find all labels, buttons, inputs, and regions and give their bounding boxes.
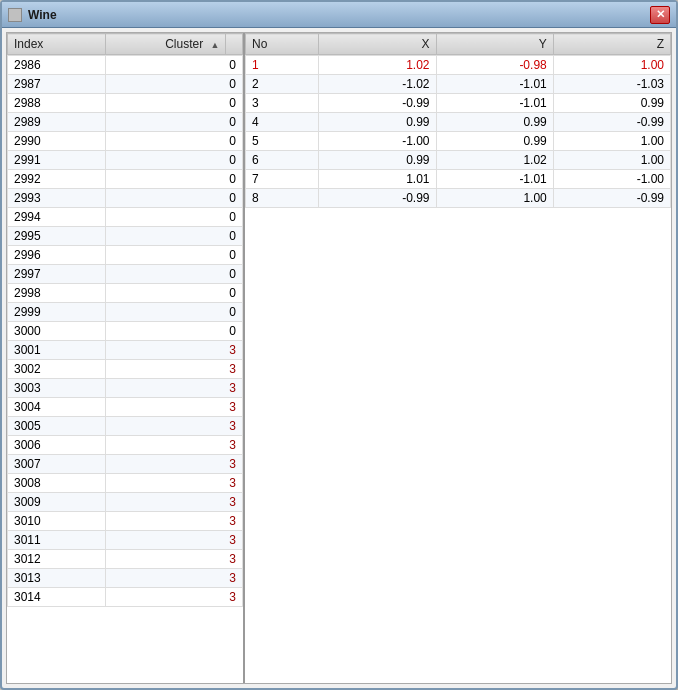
left-cluster-cell: 0 xyxy=(105,56,242,75)
left-cluster-cell: 0 xyxy=(105,151,242,170)
left-index-cell: 3008 xyxy=(8,474,106,493)
left-index-cell: 3013 xyxy=(8,569,106,588)
left-cluster-cell: 3 xyxy=(105,588,242,607)
right-no-cell: 1 xyxy=(246,56,319,75)
right-col-x-header[interactable]: X xyxy=(319,34,436,55)
left-cluster-cell: 3 xyxy=(105,531,242,550)
left-cluster-cell: 3 xyxy=(105,550,242,569)
left-index-cell: 3010 xyxy=(8,512,106,531)
right-y-cell: -1.01 xyxy=(436,94,553,113)
left-col-index-header[interactable]: Index xyxy=(8,34,106,55)
left-cluster-cell: 3 xyxy=(105,417,242,436)
right-table-scroll[interactable]: 11.02-0.981.002-1.02-1.01-1.033-0.99-1.0… xyxy=(245,55,671,683)
right-x-cell: -1.02 xyxy=(319,75,436,94)
left-cluster-cell: 0 xyxy=(105,303,242,322)
right-x-cell: 1.02 xyxy=(319,56,436,75)
right-col-no-header[interactable]: No xyxy=(246,34,319,55)
left-index-cell: 3009 xyxy=(8,493,106,512)
left-table-scroll[interactable]: 2986029870298802989029900299102992029930… xyxy=(7,55,243,683)
left-index-cell: 2988 xyxy=(8,94,106,113)
right-x-cell: -1.00 xyxy=(319,132,436,151)
left-cluster-cell: 0 xyxy=(105,113,242,132)
left-cluster-cell: 0 xyxy=(105,132,242,151)
right-z-cell: -1.00 xyxy=(553,170,670,189)
right-col-y-header[interactable]: Y xyxy=(436,34,553,55)
left-index-cell: 2990 xyxy=(8,132,106,151)
left-index-cell: 3012 xyxy=(8,550,106,569)
left-index-cell: 2995 xyxy=(8,227,106,246)
left-index-cell: 3000 xyxy=(8,322,106,341)
right-z-cell: 1.00 xyxy=(553,56,670,75)
left-index-cell: 3003 xyxy=(8,379,106,398)
left-index-cell: 2996 xyxy=(8,246,106,265)
right-x-cell: 1.01 xyxy=(319,170,436,189)
left-index-cell: 2987 xyxy=(8,75,106,94)
right-no-cell: 7 xyxy=(246,170,319,189)
right-y-cell: -1.01 xyxy=(436,170,553,189)
right-table-header-table: No X Y Z xyxy=(245,33,671,55)
left-cluster-cell: 3 xyxy=(105,569,242,588)
left-index-cell: 3006 xyxy=(8,436,106,455)
left-index-cell: 3004 xyxy=(8,398,106,417)
left-index-cell: 3014 xyxy=(8,588,106,607)
right-no-cell: 3 xyxy=(246,94,319,113)
right-col-z-header[interactable]: Z xyxy=(553,34,670,55)
right-z-cell: -1.03 xyxy=(553,75,670,94)
close-button[interactable]: ✕ xyxy=(650,6,670,24)
left-index-cell: 2998 xyxy=(8,284,106,303)
left-cluster-cell: 0 xyxy=(105,208,242,227)
left-cluster-cell: 3 xyxy=(105,493,242,512)
left-table-container: Index Cluster ▲ xyxy=(7,33,245,683)
right-no-cell: 6 xyxy=(246,151,319,170)
right-z-cell: -0.99 xyxy=(553,189,670,208)
right-table: 11.02-0.981.002-1.02-1.01-1.033-0.99-1.0… xyxy=(245,55,671,208)
right-y-cell: 0.99 xyxy=(436,113,553,132)
right-x-cell: 0.99 xyxy=(319,151,436,170)
left-cluster-cell: 0 xyxy=(105,170,242,189)
left-cluster-cell: 3 xyxy=(105,512,242,531)
left-cluster-cell: 3 xyxy=(105,474,242,493)
right-y-cell: 1.02 xyxy=(436,151,553,170)
left-index-cell: 3011 xyxy=(8,531,106,550)
left-index-cell: 2999 xyxy=(8,303,106,322)
left-index-cell: 2991 xyxy=(8,151,106,170)
right-no-cell: 2 xyxy=(246,75,319,94)
right-z-cell: -0.99 xyxy=(553,113,670,132)
right-no-cell: 5 xyxy=(246,132,319,151)
left-cluster-cell: 3 xyxy=(105,360,242,379)
left-cluster-cell: 3 xyxy=(105,436,242,455)
right-z-cell: 1.00 xyxy=(553,151,670,170)
content-area: Index Cluster ▲ xyxy=(6,32,672,684)
left-col-cluster-header[interactable]: Cluster ▲ xyxy=(105,34,226,55)
left-cluster-cell: 0 xyxy=(105,227,242,246)
left-index-cell: 3001 xyxy=(8,341,106,360)
left-cluster-cell: 3 xyxy=(105,455,242,474)
right-y-cell: -1.01 xyxy=(436,75,553,94)
right-z-cell: 1.00 xyxy=(553,132,670,151)
left-index-cell: 2992 xyxy=(8,170,106,189)
left-cluster-cell: 0 xyxy=(105,189,242,208)
window-icon xyxy=(8,8,22,22)
right-y-cell: -0.98 xyxy=(436,56,553,75)
left-index-cell: 2994 xyxy=(8,208,106,227)
left-index-cell: 2986 xyxy=(8,56,106,75)
left-index-cell: 3002 xyxy=(8,360,106,379)
right-no-cell: 8 xyxy=(246,189,319,208)
right-x-cell: -0.99 xyxy=(319,189,436,208)
left-cluster-cell: 0 xyxy=(105,265,242,284)
left-table: 2986029870298802989029900299102992029930… xyxy=(7,55,243,607)
right-y-cell: 0.99 xyxy=(436,132,553,151)
left-cluster-cell: 3 xyxy=(105,379,242,398)
main-window: Wine ✕ Index Cluster xyxy=(0,0,678,690)
left-cluster-cell: 0 xyxy=(105,284,242,303)
right-z-cell: 0.99 xyxy=(553,94,670,113)
right-x-cell: 0.99 xyxy=(319,113,436,132)
left-cluster-cell: 0 xyxy=(105,75,242,94)
sort-arrow: ▲ xyxy=(211,40,220,50)
left-cluster-cell: 3 xyxy=(105,398,242,417)
right-table-container: No X Y Z 11.02-0.981.002-1 xyxy=(245,33,671,683)
left-index-cell: 2989 xyxy=(8,113,106,132)
title-bar-left: Wine xyxy=(8,8,57,22)
title-bar: Wine ✕ xyxy=(2,2,676,28)
left-cluster-cell: 0 xyxy=(105,322,242,341)
